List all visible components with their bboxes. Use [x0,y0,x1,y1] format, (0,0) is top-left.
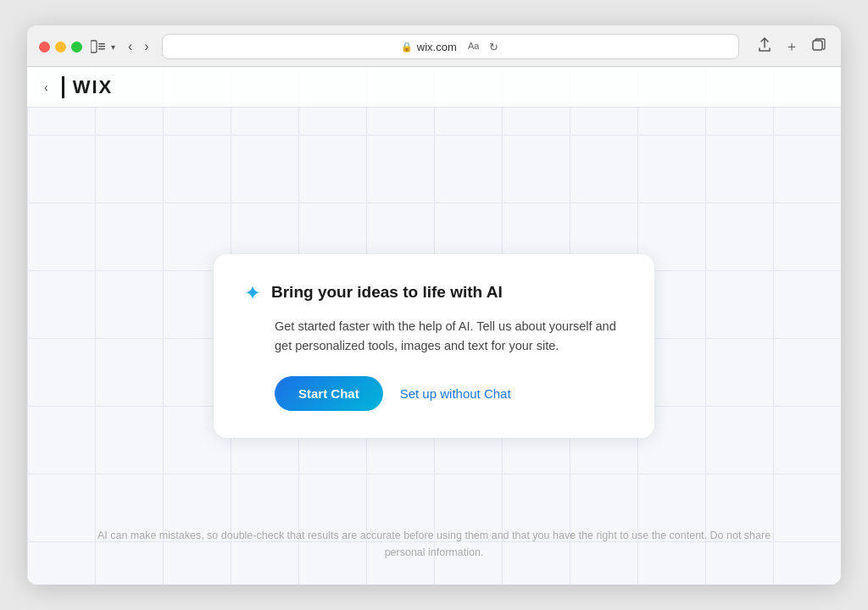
setup-without-chat-button[interactable]: Set up without Chat [400,386,511,401]
svg-text:Aa: Aa [468,41,480,51]
svg-rect-1 [98,43,105,45]
address-bar[interactable]: 🔒 wix.com Aa ↻ [162,34,739,59]
new-tab-icon[interactable]: ＋ [782,36,802,58]
page-topbar: ‹ WIX [27,67,841,108]
ai-card-actions: Start Chat Set up without Chat [244,376,624,411]
back-button[interactable]: ‹ [124,37,136,56]
refresh-icon[interactable]: ↻ [487,39,500,55]
sidebar-toggle-icon[interactable]: ▾ [91,40,115,53]
traffic-lights [39,42,82,53]
footer-disclaimer: AI can make mistakes, so double-check th… [27,527,841,561]
ai-card-description: Get started faster with the help of AI. … [244,317,624,356]
windows-icon[interactable] [809,36,829,57]
collapse-button[interactable]: ‹ [41,79,52,96]
address-text: wix.com [417,41,457,53]
svg-rect-2 [98,46,105,47]
lock-icon: 🔒 [401,42,413,53]
browser-chrome: ▾ ‹ › 🔒 wix.com Aa ↻ [27,25,841,67]
nav-arrows: ‹ › [124,37,153,56]
traffic-light-green[interactable] [71,42,82,53]
wix-logo: WIX [62,76,114,98]
forward-button[interactable]: › [140,37,153,56]
ai-card: ✦ Bring your ideas to life with AI Get s… [214,254,654,438]
chevron-down-icon: ▾ [111,42,115,52]
address-icons: Aa ↻ [466,38,500,56]
ai-card-title: Bring your ideas to life with AI [271,282,503,303]
translate-icon[interactable]: Aa [466,38,483,56]
traffic-light-red[interactable] [39,42,50,53]
svg-rect-3 [98,48,105,50]
browser-actions: ＋ [754,36,829,58]
ai-star-icon: ✦ [244,281,261,305]
ai-card-header: ✦ Bring your ideas to life with AI [244,281,624,305]
browser-window: ▾ ‹ › 🔒 wix.com Aa ↻ [27,25,841,585]
svg-rect-5 [813,41,822,50]
share-icon[interactable] [754,36,775,58]
svg-rect-0 [91,41,97,53]
page-content: ‹ WIX ✦ Bring your ideas to life with AI… [27,67,841,585]
start-chat-button[interactable]: Start Chat [275,376,383,411]
traffic-light-yellow[interactable] [55,42,66,53]
page-main: ✦ Bring your ideas to life with AI Get s… [27,108,841,585]
